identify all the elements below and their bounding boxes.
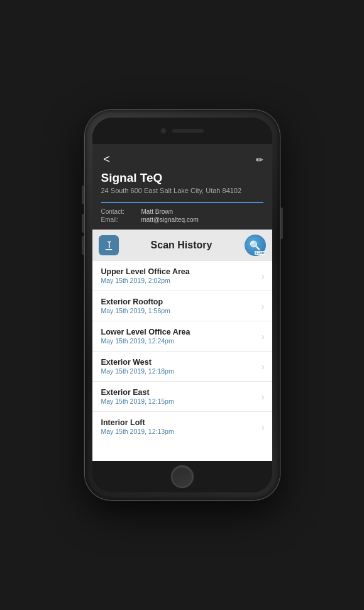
phone-frame: < ✏ Signal TeQ 24 South 600 East Salt La…: [85, 110, 280, 500]
app-header: < ✏ Signal TeQ 24 South 600 East Salt La…: [92, 144, 272, 230]
chevron-right-icon: ›: [262, 392, 265, 402]
camera-dot: [161, 128, 166, 133]
scan-item-text: Exterior East May 15th 2019, 12:15pm: [101, 388, 174, 405]
scan-list-item[interactable]: Upper Level Office Area May 15th 2019, 2…: [92, 261, 272, 291]
scan-list-item[interactable]: Exterior Rooftop May 15th 2019, 1:56pm ›: [92, 291, 272, 321]
scan-item-name: Exterior West: [101, 358, 174, 367]
contact-info: Contact: Matt Brown Email: matt@signalte…: [101, 208, 263, 223]
scan-item-text: Upper Level Office Area May 15th 2019, 2…: [101, 267, 190, 284]
scan-list-item[interactable]: Lower Level Office Area May 15th 2019, 1…: [92, 321, 272, 352]
scan-badge: SCAN: [255, 251, 265, 255]
speaker-grille: [172, 129, 204, 133]
screen: < ✏ Signal TeQ 24 South 600 East Salt La…: [92, 144, 272, 461]
header-nav: < ✏: [101, 152, 263, 167]
scan-item-date: May 15th 2019, 12:18pm: [101, 367, 174, 375]
scan-item-text: Exterior West May 15th 2019, 12:18pm: [101, 358, 174, 375]
scan-list-item[interactable]: Exterior East May 15th 2019, 12:15pm ›: [92, 382, 272, 412]
scan-item-text: Interior Loft May 15th 2019, 12:13pm: [101, 418, 174, 435]
company-name: Signal TeQ: [101, 171, 263, 185]
blue-divider: [101, 202, 263, 203]
scan-history-bar: Scan History SCAN: [92, 230, 272, 261]
chevron-right-icon: ›: [262, 362, 265, 372]
contact-label: Contact:: [101, 208, 139, 215]
chevron-right-icon: ›: [262, 422, 265, 432]
chevron-right-icon: ›: [262, 331, 265, 341]
scan-item-date: May 15th 2019, 2:02pm: [101, 277, 190, 284]
scan-item-name: Upper Level Office Area: [101, 267, 190, 276]
phone-top-bar: [92, 118, 272, 144]
scan-list-item[interactable]: Exterior West May 15th 2019, 12:18pm ›: [92, 352, 272, 382]
scan-item-name: Exterior East: [101, 388, 174, 397]
scan-item-name: Lower Level Office Area: [101, 328, 190, 336]
contact-value: Matt Brown: [141, 208, 263, 215]
email-value: matt@signalteq.com: [141, 216, 263, 223]
scan-history-title: Scan History: [119, 240, 245, 251]
phone-inner: < ✏ Signal TeQ 24 South 600 East Salt La…: [92, 118, 272, 492]
company-address: 24 South 600 East Salt Lake City, Utah 8…: [101, 186, 263, 196]
scan-item-date: May 15th 2019, 12:15pm: [101, 397, 174, 405]
export-icon[interactable]: [99, 235, 119, 255]
phone-bottom-bar: [92, 461, 272, 492]
scan-item-date: May 15th 2019, 12:24pm: [101, 337, 190, 345]
scan-list: Upper Level Office Area May 15th 2019, 2…: [92, 261, 272, 461]
back-button[interactable]: <: [101, 152, 113, 167]
edit-button[interactable]: ✏: [256, 155, 263, 165]
scan-item-text: Lower Level Office Area May 15th 2019, 1…: [101, 328, 190, 345]
scan-item-name: Exterior Rooftop: [101, 297, 170, 306]
scan-item-text: Exterior Rooftop May 15th 2019, 1:56pm: [101, 297, 170, 314]
chevron-right-icon: ›: [262, 301, 265, 311]
email-label: Email:: [101, 216, 139, 223]
home-button[interactable]: [171, 465, 194, 488]
scan-item-date: May 15th 2019, 12:13pm: [101, 428, 174, 435]
scan-list-item[interactable]: Interior Loft May 15th 2019, 12:13pm ›: [92, 412, 272, 441]
scan-item-date: May 15th 2019, 1:56pm: [101, 307, 170, 314]
export-svg: [103, 240, 114, 251]
scan-item-name: Interior Loft: [101, 418, 174, 427]
scan-button[interactable]: SCAN: [245, 235, 266, 256]
chevron-right-icon: ›: [262, 271, 265, 281]
